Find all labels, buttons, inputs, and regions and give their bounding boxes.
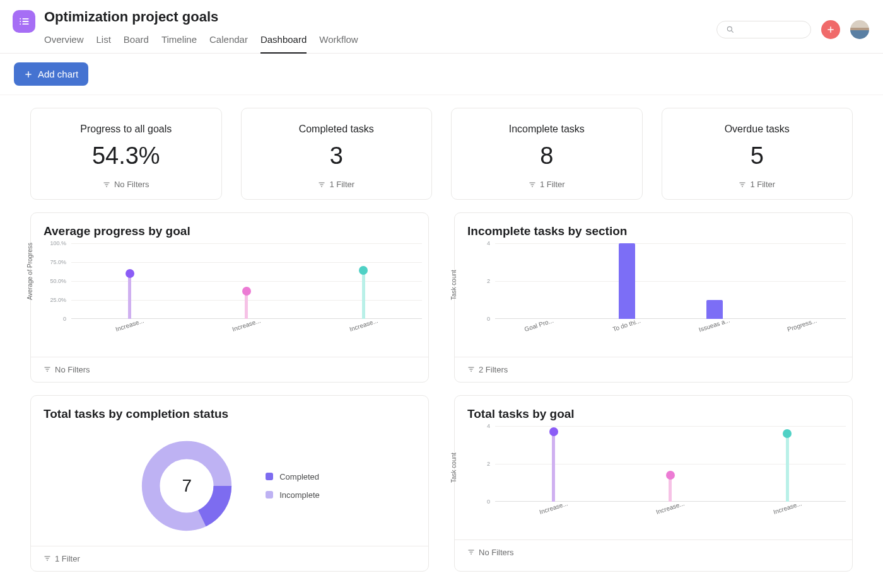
filter-icon [467, 548, 475, 556]
project-icon [13, 10, 35, 33]
chart-title: Total tasks by completion status [31, 396, 428, 426]
x-labels: Increase... Increase... Increase... [495, 504, 846, 511]
y-axis-label: Task count [450, 453, 457, 483]
chart-title: Average progress by goal [31, 213, 428, 243]
x-labels: Goal Pro... To do thi... Issueas a... Pr… [495, 321, 846, 328]
chart-footer[interactable]: No Filters [455, 539, 852, 565]
dashboard-content: Progress to all goals 54.3% No Filters C… [0, 95, 883, 588]
chart-footer[interactable]: No Filters [31, 357, 428, 382]
chart-bars [495, 426, 846, 502]
svg-point-2 [20, 21, 21, 22]
stats-row: Progress to all goals 54.3% No Filters C… [30, 108, 853, 200]
stat-filter: 1 Filter [739, 180, 775, 189]
topbar: Optimization project goals Overview List… [0, 0, 883, 54]
y-axis-label: Task count [450, 270, 457, 300]
chart-title: Total tasks by goal [455, 396, 852, 426]
tab-list[interactable]: List [96, 34, 111, 53]
plus-icon [24, 70, 33, 79]
stat-title: Incomplete tasks [458, 124, 636, 135]
tab-workflow[interactable]: Workflow [319, 34, 358, 53]
chart-bars [71, 243, 422, 319]
search-input[interactable] [716, 21, 811, 38]
filter-icon [467, 366, 475, 373]
x-labels: Increase... Increase... Increase... [71, 321, 422, 328]
y-axis-label: Average of Progress [26, 243, 33, 300]
add-chart-label: Add chart [38, 69, 78, 79]
search-icon [726, 25, 735, 34]
tab-timeline[interactable]: Timeline [161, 34, 197, 53]
filter-icon [529, 181, 536, 188]
stat-card-overdue[interactable]: Overdue tasks 5 1 Filter [662, 108, 853, 200]
stat-value: 54.3% [37, 142, 215, 170]
y-ticks: 0 25.0% 50.0% 75.0% 100.% [44, 243, 69, 319]
legend-label: Completed [279, 472, 319, 481]
stat-card-progress[interactable]: Progress to all goals 54.3% No Filters [30, 108, 222, 200]
tab-overview[interactable]: Overview [44, 34, 84, 53]
donut-chart: 7 [139, 439, 234, 533]
stat-title: Progress to all goals [37, 124, 215, 135]
y-ticks: 0 2 4 [467, 243, 493, 319]
chart-footer[interactable]: 1 Filter [31, 546, 428, 571]
legend-label: Incomplete [279, 490, 320, 500]
chart-footer[interactable]: 2 Filters [455, 357, 852, 382]
filter-icon [103, 181, 110, 188]
chart-bars [495, 243, 846, 319]
plus-icon [826, 25, 835, 34]
stat-value: 5 [669, 142, 846, 170]
chart-incomplete-section[interactable]: Incomplete tasks by section Task count 0… [454, 212, 853, 383]
chart-avg-progress[interactable]: Average progress by goal Average of Prog… [30, 212, 429, 383]
chart-legend: Completed Incomplete [266, 472, 320, 500]
svg-line-7 [731, 30, 733, 32]
chart-tasks-by-goal[interactable]: Total tasks by goal Task count 0 2 4 [454, 395, 853, 572]
tab-calendar[interactable]: Calendar [209, 34, 248, 53]
svg-point-4 [20, 23, 21, 25]
y-ticks: 0 2 4 [467, 426, 493, 502]
filter-icon [44, 366, 51, 373]
chart-completion-status[interactable]: Total tasks by completion status 7 Compl… [30, 395, 429, 572]
global-add-button[interactable] [821, 20, 840, 39]
chart-title: Incomplete tasks by section [455, 213, 852, 243]
filter-icon [318, 181, 325, 188]
add-chart-button[interactable]: Add chart [14, 62, 88, 86]
tab-board[interactable]: Board [124, 34, 149, 53]
legend-swatch-incomplete [266, 491, 273, 499]
stat-title: Overdue tasks [669, 124, 846, 135]
stat-filter: 1 Filter [318, 180, 354, 189]
stat-value: 3 [248, 142, 426, 170]
stat-filter: No Filters [103, 180, 149, 189]
svg-point-6 [727, 26, 732, 31]
dashboard-toolbar: Add chart [0, 54, 883, 95]
tab-dashboard[interactable]: Dashboard [260, 34, 307, 54]
donut-center-value: 7 [139, 439, 234, 533]
svg-point-0 [20, 18, 21, 20]
legend-swatch-completed [266, 473, 273, 480]
stat-filter: 1 Filter [529, 180, 565, 189]
stat-title: Completed tasks [248, 124, 426, 135]
stat-card-incomplete[interactable]: Incomplete tasks 8 1 Filter [451, 108, 643, 200]
filter-icon [739, 181, 746, 188]
stat-card-completed[interactable]: Completed tasks 3 1 Filter [241, 108, 433, 200]
filter-icon [44, 555, 51, 562]
stat-value: 8 [458, 142, 636, 170]
user-avatar[interactable] [850, 20, 869, 39]
